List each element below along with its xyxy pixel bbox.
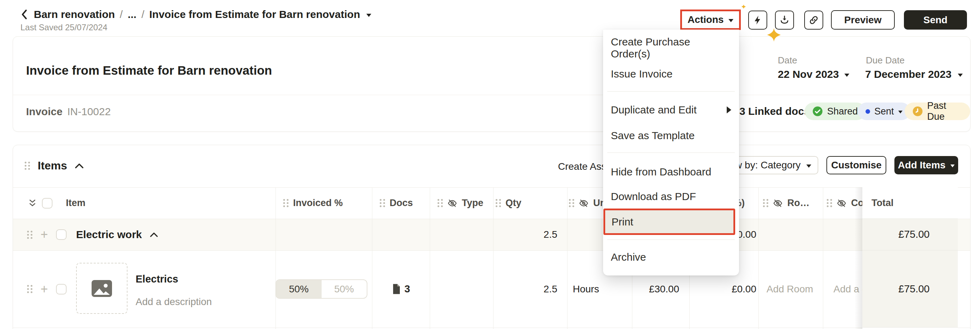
column-header-type[interactable]: Type: [438, 188, 483, 219]
col-divider: [275, 188, 276, 329]
total-column-header: Total: [862, 188, 958, 219]
group-qty: 2.5: [493, 219, 557, 250]
actions-button[interactable]: Actions: [687, 14, 734, 25]
item-row-controls[interactable]: +: [27, 250, 67, 327]
caret-down-icon: [898, 111, 902, 113]
column-header-label: Qty: [506, 198, 521, 208]
menu-item-print[interactable]: Print: [605, 216, 733, 228]
add-items-button[interactable]: Add Items: [894, 156, 958, 174]
column-header-label: Room: [788, 198, 810, 208]
linked-docs-label[interactable]: 3 Linked docs: [740, 103, 810, 120]
menu-item-create-purchase-orders[interactable]: Create Purchase Order(s): [603, 40, 739, 56]
invoice-type-label: Invoice: [26, 106, 62, 118]
menu-item-save-as-template[interactable]: Save as Template: [603, 127, 739, 144]
drag-handle-icon[interactable]: [283, 199, 288, 207]
past-due-badge: Past Due: [905, 103, 970, 120]
double-chevron-down-icon[interactable]: [29, 199, 36, 208]
item-image-placeholder[interactable]: [76, 263, 127, 314]
send-button-label: Send: [923, 14, 947, 26]
total-column-shadow: [854, 188, 862, 329]
menu-item-download-as-pdf[interactable]: Download as PDF: [603, 188, 739, 205]
drag-handle-icon[interactable]: [25, 162, 30, 170]
last-saved-label: Last Saved 25/07/2024: [21, 22, 107, 32]
add-row-icon[interactable]: +: [40, 229, 48, 240]
document-icon: [392, 284, 401, 294]
date-field[interactable]: 22 Nov 2023: [778, 68, 849, 80]
group-row[interactable]: + Electric work: [27, 219, 158, 250]
sparkle-small-icon: [741, 4, 746, 9]
add-row-icon[interactable]: +: [40, 284, 48, 294]
column-header-docs[interactable]: Docs: [380, 188, 413, 219]
invoiced-remaining-segment[interactable]: 50%: [321, 280, 367, 298]
drag-handle-icon[interactable]: [380, 199, 385, 207]
breadcrumb-project[interactable]: Barn renovation: [34, 8, 115, 21]
menu-item-label: Save as Template: [611, 130, 695, 141]
invoice-number[interactable]: IN-10022: [67, 106, 111, 118]
select-all-checkbox[interactable]: [42, 198, 52, 208]
send-button[interactable]: Send: [904, 10, 967, 30]
drag-handle-icon[interactable]: [27, 285, 32, 293]
copy-link-button[interactable]: [804, 11, 823, 30]
menu-item-label: Download as PDF: [611, 191, 696, 203]
docs-count: 3: [404, 283, 410, 295]
items-section-title: Items: [38, 159, 67, 172]
items-title-group[interactable]: Items: [25, 159, 83, 172]
shared-badge: Shared: [805, 103, 865, 120]
actions-button-label: Actions: [687, 14, 724, 25]
chevron-up-icon[interactable]: [75, 163, 83, 169]
eye-off-icon: [579, 198, 589, 208]
breadcrumb-caret-icon[interactable]: [366, 14, 371, 17]
invoiced-done-segment[interactable]: 50%: [276, 280, 321, 298]
item-docs-cell[interactable]: 3: [392, 250, 410, 327]
customise-button-label: Customise: [831, 160, 881, 171]
menu-item-archive[interactable]: Archive: [603, 249, 739, 265]
caret-down-icon: [845, 74, 849, 77]
menu-item-issue-invoice[interactable]: Issue Invoice: [603, 65, 739, 83]
drag-handle-icon[interactable]: [438, 199, 443, 207]
drag-handle-icon[interactable]: [827, 199, 832, 207]
column-header-invoiced[interactable]: Invoiced %: [283, 188, 343, 219]
group-row-checkbox[interactable]: [56, 229, 67, 240]
menu-item-print-highlight: Print: [603, 208, 735, 235]
drag-handle-icon[interactable]: [763, 199, 768, 207]
breadcrumb-ellipsis[interactable]: ...: [127, 8, 136, 21]
drag-handle-icon[interactable]: [569, 199, 574, 207]
item-row-checkbox[interactable]: [56, 284, 67, 294]
item-unit[interactable]: Hours: [573, 250, 599, 327]
column-header-qty[interactable]: Qty: [496, 188, 521, 219]
customise-button[interactable]: Customise: [826, 156, 886, 174]
chevron-up-icon[interactable]: [150, 232, 158, 237]
item-total-cell: £75.00: [862, 250, 958, 327]
column-header-room[interactable]: Room: [763, 188, 810, 219]
download-button[interactable]: [775, 11, 794, 30]
menu-item-duplicate-and-edit[interactable]: Duplicate and Edit: [603, 102, 739, 118]
menu-item-label: Create Purchase Order(s): [611, 36, 731, 60]
col-divider: [372, 188, 372, 329]
item-room-placeholder[interactable]: Add Room: [767, 250, 813, 327]
date-value: 22 Nov 2023: [778, 68, 839, 80]
breadcrumb-separator: /: [120, 8, 123, 21]
col-divider: [759, 188, 759, 329]
breadcrumb: Barn renovation / ... / Invoice from Est…: [20, 8, 371, 21]
item-qty[interactable]: 2.5: [493, 250, 557, 327]
invoiced-done-value: 50%: [289, 284, 309, 295]
drag-handle-icon[interactable]: [27, 231, 32, 239]
date-label: Date: [778, 55, 797, 66]
sent-badge[interactable]: Sent: [858, 103, 910, 120]
due-date-field[interactable]: 7 December 2023: [865, 68, 963, 80]
item-description-placeholder[interactable]: Add a description: [135, 296, 212, 308]
total-column: Total £75.00 £75.00: [862, 188, 958, 329]
back-icon[interactable]: [20, 9, 29, 20]
automations-button[interactable]: [748, 11, 767, 30]
menu-divider: [607, 240, 735, 240]
invoice-header-card: Invoice from Estimate for Barn renovatio…: [13, 36, 970, 132]
drag-handle-icon[interactable]: [496, 199, 501, 207]
item-name[interactable]: Electrics: [135, 273, 178, 285]
preview-button[interactable]: Preview: [831, 10, 895, 30]
invoiced-percent-control[interactable]: 50% 50%: [275, 279, 368, 299]
collapse-all-control[interactable]: [29, 188, 52, 219]
menu-item-hide-from-dashboard[interactable]: Hide from Dashboard: [603, 164, 739, 180]
due-date-label: Due Date: [866, 55, 905, 66]
col-divider: [567, 188, 568, 329]
items-section-header: Items Create Assembly View by: Category …: [13, 145, 970, 188]
